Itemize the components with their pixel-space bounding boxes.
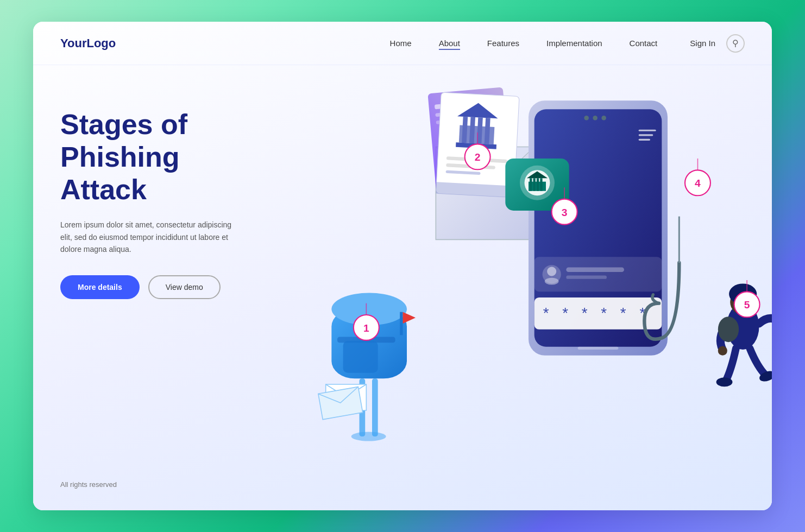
badge-3: 3 (552, 199, 577, 225)
svg-rect-43 (537, 178, 539, 191)
badge-5: 5 (734, 292, 760, 317)
nav-home[interactable]: Home (390, 39, 412, 48)
svg-rect-1 (372, 378, 378, 436)
left-panel: Stages of Phishing Attack Lorem ipsum do… (33, 65, 261, 510)
svg-text:5: 5 (744, 299, 750, 311)
logo: YourLogo (60, 36, 116, 50)
hero-title: Stages of Phishing Attack (60, 109, 234, 206)
sign-in-link[interactable]: Sign In (690, 39, 715, 48)
svg-point-32 (593, 116, 598, 121)
nav-right: Sign In ⚲ (690, 34, 745, 53)
svg-point-59 (718, 346, 727, 356)
svg-rect-44 (540, 178, 542, 191)
view-demo-button[interactable]: View demo (148, 275, 221, 299)
svg-point-48 (547, 267, 556, 276)
nav-about[interactable]: About (439, 39, 460, 50)
search-icon[interactable]: ⚲ (726, 34, 745, 53)
svg-point-2 (351, 432, 386, 441)
svg-text:1: 1 (363, 322, 369, 334)
svg-rect-6 (400, 312, 402, 335)
more-details-button[interactable]: More details (60, 275, 140, 299)
svg-rect-36 (639, 139, 650, 141)
svg-text:4: 4 (695, 178, 701, 189)
hero-description: Lorem ipsum dolor sit amet, consectetur … (60, 219, 234, 255)
illustration-svg: * * * * * * (261, 65, 772, 510)
badge-1: 1 (354, 315, 379, 340)
svg-point-33 (601, 116, 606, 121)
nav-features[interactable]: Features (487, 39, 519, 48)
svg-text:2: 2 (475, 151, 481, 163)
svg-rect-35 (639, 134, 653, 136)
svg-rect-54 (578, 347, 619, 350)
badge-2: 2 (465, 144, 490, 169)
svg-rect-34 (639, 130, 656, 131)
svg-rect-50 (566, 268, 624, 273)
badge-4: 4 (685, 170, 710, 195)
svg-rect-42 (533, 178, 536, 191)
main-content: Stages of Phishing Attack Lorem ipsum do… (33, 65, 772, 510)
svg-point-31 (584, 116, 589, 121)
nav-contact[interactable]: Contact (630, 39, 658, 48)
svg-point-62 (716, 377, 733, 387)
svg-marker-7 (403, 312, 416, 324)
svg-rect-8 (343, 341, 378, 373)
footer-copyright: All rights reserved (60, 448, 234, 489)
svg-point-61 (718, 316, 739, 342)
nav-implementation[interactable]: Implementation (546, 39, 602, 48)
nav-links: Home About Features Implementation Conta… (390, 39, 658, 48)
button-group: More details View demo (60, 275, 234, 299)
svg-text:* * * * * *: * * * * * * (543, 305, 650, 321)
navbar: YourLogo Home About Features Implementat… (33, 22, 772, 65)
svg-rect-41 (530, 178, 532, 191)
svg-point-49 (545, 278, 559, 285)
svg-text:3: 3 (562, 207, 568, 218)
right-panel: * * * * * * (261, 65, 772, 510)
svg-rect-51 (566, 275, 607, 278)
